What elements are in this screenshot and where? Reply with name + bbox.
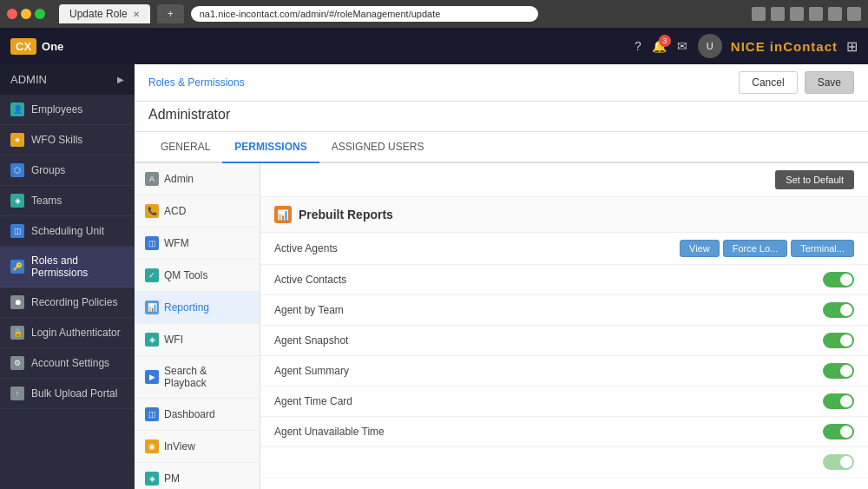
- sidebar-item-teams[interactable]: ◈ Teams: [0, 186, 135, 216]
- groups-icon: ⬡: [10, 163, 24, 177]
- set-to-default-button[interactable]: Set to Default: [775, 170, 854, 189]
- perm-label: Agent Time Card: [274, 395, 823, 407]
- inview-cat-icon: ◉: [145, 439, 159, 453]
- toggle-agent-summary[interactable]: [823, 363, 854, 379]
- sidebar-item-wfo-skills[interactable]: ★ WFO Skills: [0, 125, 135, 155]
- perm-label: Active Contacts: [274, 274, 823, 286]
- pm-cat-icon: ◈: [145, 472, 159, 486]
- maximize-btn[interactable]: [35, 9, 45, 19]
- browser-icon-6: [847, 7, 861, 21]
- category-label: Reporting: [164, 301, 209, 314]
- avatar[interactable]: U: [698, 34, 722, 58]
- grid-menu-icon[interactable]: ⊞: [846, 38, 858, 55]
- tab-general-label: GENERAL: [161, 141, 210, 153]
- category-item-dashboard[interactable]: ◫ Dashboard: [135, 399, 260, 431]
- toggle-agent-time-card[interactable]: [823, 393, 854, 409]
- category-label: PM: [164, 472, 180, 485]
- tab-general[interactable]: GENERAL: [148, 132, 222, 163]
- tab-close-icon[interactable]: ✕: [133, 10, 140, 19]
- header-icons: ? 🔔 3 ✉ U: [635, 34, 722, 58]
- dashboard-cat-icon: ◫: [145, 407, 159, 421]
- category-item-inview[interactable]: ◉ InView: [135, 431, 260, 463]
- sidebar-item-bulk-upload[interactable]: ↑ Bulk Upload Portal: [0, 379, 135, 409]
- sidebar-item-login-auth[interactable]: 🔒 Login Authenticator: [0, 318, 135, 348]
- category-item-search-playback[interactable]: ▶ Search & Playback: [135, 356, 260, 399]
- roles-icon: 🔑: [10, 260, 24, 274]
- perm-label: Agent Snapshot: [274, 334, 823, 347]
- sidebar-item-label: Roles and Permissions: [31, 254, 124, 279]
- category-label: WFM: [164, 237, 189, 249]
- cancel-button[interactable]: Cancel: [739, 71, 797, 94]
- view-button[interactable]: View: [680, 240, 720, 257]
- category-item-wifi[interactable]: ◈ WFI: [135, 324, 260, 356]
- notification-icon[interactable]: 🔔 3: [652, 39, 667, 53]
- browser-bar: Update Role ✕ + na1.nice-incontact.com/a…: [0, 0, 868, 28]
- category-item-wfm[interactable]: ◫ WFM: [135, 228, 260, 260]
- main-layout: ADMIN ▶ 👤 Employees ★ WFO Skills ⬡ Group…: [0, 64, 868, 489]
- perm-label: Active Agents: [274, 242, 680, 254]
- section-title: Prebuilt Reports: [299, 208, 393, 221]
- nice-incontact-logo: NICE inContact: [731, 39, 838, 54]
- category-item-reporting[interactable]: 📊 Reporting: [135, 292, 260, 324]
- category-item-qm-tools[interactable]: ✓ QM Tools: [135, 260, 260, 292]
- sidebar-item-groups[interactable]: ⬡ Groups: [0, 155, 135, 186]
- logo-one: One: [42, 40, 63, 53]
- perm-row-agent-summary: Agent Summary: [260, 356, 868, 387]
- terminal-button[interactable]: Terminal...: [791, 240, 854, 257]
- sidebar-item-roles-permissions[interactable]: 🔑 Roles and Permissions: [0, 247, 135, 287]
- close-btn[interactable]: [7, 9, 17, 19]
- logo: CX One: [10, 38, 63, 55]
- sidebar-admin-section[interactable]: ADMIN ▶: [0, 64, 135, 95]
- account-settings-icon: ⚙: [10, 356, 24, 370]
- content-topbar: Roles & Permissions Cancel Save: [135, 64, 868, 102]
- admin-cat-icon: A: [145, 172, 159, 186]
- sidebar: ADMIN ▶ 👤 Employees ★ WFO Skills ⬡ Group…: [0, 64, 135, 489]
- recording-icon: ⏺: [10, 295, 24, 309]
- perm-row-agent-by-team: Agent by Team: [260, 295, 868, 326]
- category-nav: A Admin 📞 ACD ◫ WFM ✓ QM Tools 📊 Rep: [135, 163, 260, 489]
- browser-window-controls: [7, 9, 45, 19]
- messages-icon[interactable]: ✉: [677, 39, 687, 53]
- browser-icon-1: [752, 7, 766, 21]
- sidebar-item-recording-policies[interactable]: ⏺ Recording Policies: [0, 287, 135, 318]
- tab-assigned-users[interactable]: ASSIGNED USERS: [319, 132, 437, 163]
- category-label: Dashboard: [164, 408, 215, 420]
- minimize-btn[interactable]: [21, 9, 31, 19]
- new-tab-icon: +: [168, 8, 174, 20]
- category-label: WFI: [164, 334, 183, 346]
- save-button[interactable]: Save: [805, 71, 854, 94]
- perm-row-agent-time-card: Agent Time Card: [260, 387, 868, 417]
- browser-tab-active[interactable]: Update Role ✕: [59, 4, 150, 23]
- sidebar-item-label: Employees: [31, 103, 82, 116]
- sidebar-item-scheduling-unit[interactable]: ◫ Scheduling Unit: [0, 216, 135, 247]
- perm-row-active-agents: Active Agents View Force Lo... Terminal.…: [260, 233, 868, 265]
- toggle-agent-snapshot[interactable]: [823, 333, 854, 348]
- force-logoff-button[interactable]: Force Lo...: [723, 240, 788, 257]
- sidebar-item-account-settings[interactable]: ⚙ Account Settings: [0, 348, 135, 379]
- browser-tab-new[interactable]: +: [157, 4, 184, 23]
- perm-row-partial: [260, 447, 868, 478]
- category-item-admin[interactable]: A Admin: [135, 163, 260, 195]
- browser-icon-5: [828, 7, 842, 21]
- toggle-agent-by-team[interactable]: [823, 302, 854, 318]
- sidebar-item-employees[interactable]: 👤 Employees: [0, 95, 135, 125]
- address-bar[interactable]: na1.nice-incontact.com/admin/#/roleManag…: [191, 6, 538, 22]
- tab-permissions-label: PERMISSIONS: [234, 141, 306, 153]
- teams-icon: ◈: [10, 194, 24, 208]
- logo-cx: CX: [10, 38, 36, 55]
- perm-label: Agent Unavailable Time: [274, 426, 823, 438]
- toggle-agent-unavailable-time[interactable]: [823, 424, 854, 439]
- tab-permissions[interactable]: PERMISSIONS: [222, 132, 319, 163]
- category-item-pm[interactable]: ◈ PM: [135, 463, 260, 489]
- role-title: Administrator: [148, 107, 854, 122]
- help-icon[interactable]: ?: [635, 39, 641, 53]
- sidebar-item-label: Groups: [31, 164, 65, 176]
- toggle-active-contacts[interactable]: [823, 272, 854, 287]
- breadcrumb-parent[interactable]: Roles & Permissions: [148, 76, 245, 89]
- category-item-acd[interactable]: 📞 ACD: [135, 195, 260, 228]
- perm-row-agent-snapshot: Agent Snapshot: [260, 326, 868, 356]
- sidebar-item-label: Account Settings: [31, 357, 109, 369]
- toggle-partial[interactable]: [823, 454, 854, 470]
- sidebar-item-label: Teams: [31, 195, 62, 207]
- sidebar-item-label: Scheduling Unit: [31, 225, 104, 237]
